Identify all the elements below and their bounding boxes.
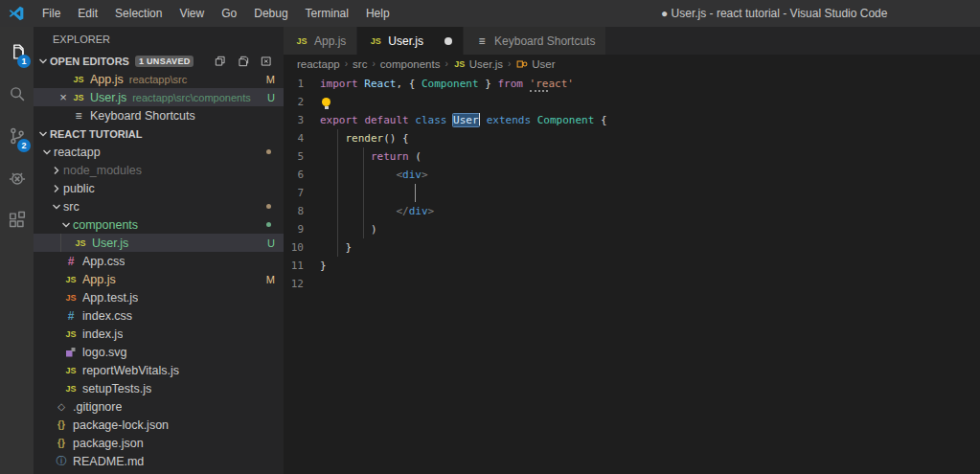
code-editor[interactable]: 1import React, { Component } from 'react… [284,73,980,474]
file-name: node_modules [63,164,142,177]
activitybar-extensions[interactable] [0,199,34,241]
file-name: .gitignore [73,400,122,414]
code-line[interactable]: 12 [284,275,980,293]
code-line[interactable]: 1import React, { Component } from 'react… [284,75,980,93]
tree-item-app.css[interactable]: # App.css [34,252,284,270]
code-line[interactable]: 7 [284,184,980,202]
unsaved-dot-icon[interactable] [444,37,452,45]
breadcrumb-item-components[interactable]: components [380,58,441,70]
line-number: 8 [284,202,320,220]
readme-file-icon: ⓘ [54,454,69,468]
breadcrumb-item-user.js[interactable]: JSUser.js [453,58,503,70]
tree-item-node_modules[interactable]: node_modules [34,161,284,179]
line-number: 5 [284,147,320,166]
chevron-down-icon [51,201,63,213]
code-line[interactable]: 2 [284,93,980,111]
open-editor-app.js[interactable]: × JS App.js reactapp\src M [34,70,284,88]
tree-item-package.json[interactable]: {} package.json [34,434,284,452]
git-change-dot [266,204,271,209]
tree-item-package-lock.json[interactable]: {} package-lock.json [34,416,284,434]
menu-go[interactable]: Go [213,0,245,27]
code-line[interactable]: 10 } [284,238,980,257]
file-path: reactapp\src [129,74,188,85]
code-line[interactable]: 8 </div> [284,202,980,220]
breadcrumb-item-reactapp[interactable]: reactapp [297,58,340,70]
breadcrumb-item-user[interactable]: User [515,58,555,70]
code-line[interactable]: 6 <div> [284,166,980,184]
count-badge: 2 [17,139,31,152]
tree-item-reportwebvitals.js[interactable]: JS reportWebVitals.js [34,361,284,379]
line-number: 3 [284,111,320,129]
code-line[interactable]: 4 render() { [284,129,980,147]
tree-item-index.css[interactable]: # index.css [34,306,284,325]
file-name: Keyboard Shortcuts [90,109,195,123]
tab-app.js[interactable]: JS App.js [284,27,357,55]
file-name: App.js [82,273,116,286]
menu-debug[interactable]: Debug [245,0,296,27]
open-editors-header[interactable]: OPEN EDITORS 1 UNSAVED [34,52,284,70]
menu-help[interactable]: Help [357,0,399,27]
chevron-down-icon [36,56,50,67]
menu-file[interactable]: File [34,0,69,27]
menu-view[interactable]: View [171,0,213,27]
tree-item-src[interactable]: src [34,197,284,215]
line-number: 10 [284,238,320,257]
lightbulb-icon[interactable] [322,98,330,106]
breadcrumb-item-src[interactable]: src [353,58,367,70]
code-line[interactable]: 3export default class User extends Compo… [284,111,980,129]
line-number: 2 [284,93,320,111]
keyboard-shortcuts-icon: ≡ [71,109,86,123]
open-editor-user.js[interactable]: × JS User.js reactapp\src\components U [34,88,284,106]
tree-item-index.js[interactable]: JS index.js [34,325,284,343]
activitybar-explorer[interactable]: 1 [0,31,34,73]
tree-item-reactapp[interactable]: reactapp [34,143,284,161]
debug-icon [7,168,28,189]
tree-item-readme.md[interactable]: ⓘ README.md [34,452,284,470]
breadcrumb-label: components [380,58,441,70]
tree-item-components[interactable]: components [34,215,284,234]
menu-edit[interactable]: Edit [69,0,106,27]
js-file-icon: JS [63,275,79,284]
chevron-down-icon [41,147,54,158]
activitybar-debug[interactable] [0,157,34,199]
tree-item-setuptests.js[interactable]: JS setupTests.js [34,379,284,397]
js-file-icon: JS [63,366,79,375]
close-icon[interactable]: × [57,90,70,104]
tree-item-logo.svg[interactable]: logo.svg [34,343,284,361]
save-all-button[interactable] [236,54,251,69]
search-icon [7,83,28,104]
file-name: logo.svg [82,346,127,359]
svg-file-icon [63,348,79,357]
code-line[interactable]: 11} [284,257,980,275]
explorer-sidebar: EXPLORER OPEN EDITORS 1 UNSAVED × JS App… [34,27,284,474]
workspace-folder-label: REACT TUTORIAL [50,128,142,140]
open-editor-keyboard-shortcuts[interactable]: × ≡ Keyboard Shortcuts [34,106,284,124]
activitybar-source-control[interactable]: 2 [0,115,34,157]
breadcrumb-label: User.js [469,58,503,70]
gitignore-file-icon: ◇ [54,401,69,412]
tab-keyboard-shortcuts[interactable]: ≡ Keyboard Shortcuts [464,27,606,55]
close-all-editors-button[interactable] [259,54,274,69]
chevron-right-icon [51,165,63,176]
tree-item-.gitignore[interactable]: ◇ .gitignore [34,397,284,416]
css-file-icon: # [63,255,79,268]
tab-user.js[interactable]: JS User.js [357,27,464,55]
code-line[interactable]: 5 return ( [284,147,980,166]
tree-item-public[interactable]: public [34,179,284,197]
tree-item-app.js[interactable]: JS App.js M [34,270,284,288]
toggle-editor-layout-button[interactable] [213,54,228,69]
git-status-badge: U [267,237,275,249]
file-name: index.js [82,327,123,341]
tree-item-app.test.js[interactable]: JS App.test.js [34,288,284,306]
menu-terminal[interactable]: Terminal [297,0,357,27]
js-file-icon: JS [368,36,383,46]
code-line[interactable]: 9 ) [284,220,980,238]
folder-section-header[interactable]: REACT TUTORIAL [34,124,284,143]
breadcrumb-separator: › [372,58,375,69]
tree-item-user.js[interactable]: JS User.js U [34,234,284,252]
menu-selection[interactable]: Selection [106,0,171,27]
breadcrumb-separator: › [345,58,348,69]
count-badge: 1 [17,55,31,68]
line-number: 7 [284,184,320,202]
activitybar-search[interactable] [0,73,34,115]
